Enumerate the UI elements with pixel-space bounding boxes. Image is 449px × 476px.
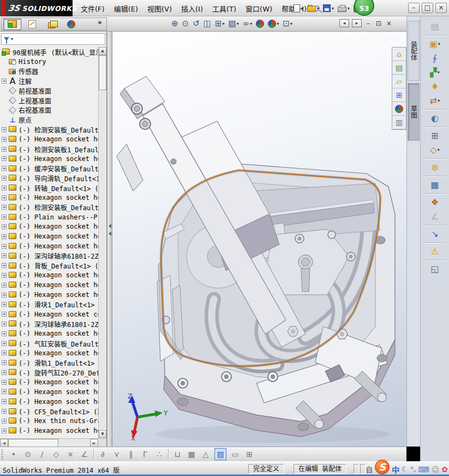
expand-icon[interactable]: + <box>2 322 7 326</box>
toolbar-overflow-button[interactable]: » <box>98 19 102 26</box>
expand-icon[interactable]: + <box>2 331 7 336</box>
expand-icon[interactable]: + <box>2 234 7 239</box>
expand-icon[interactable]: + <box>2 215 7 219</box>
appearance-manager-tab-icon[interactable] <box>62 19 80 30</box>
apply-scene-icon[interactable]: ▾ <box>268 20 279 28</box>
interference-detection-icon[interactable]: ↘ <box>423 227 447 241</box>
ime-punct-icon[interactable]: °, <box>410 465 416 473</box>
explode-line-sketch-icon[interactable]: ∠ <box>423 210 447 223</box>
file-explorer-icon[interactable]: ▱ <box>392 75 406 88</box>
toolbar-drag-handle[interactable] <box>2 449 4 459</box>
design-library-icon[interactable]: ▤ <box>392 61 406 75</box>
scroll-down-icon[interactable]: ▼ <box>99 430 106 438</box>
expand-icon[interactable]: + <box>2 409 7 414</box>
motion-study-icon[interactable]: ⊛ <box>423 160 447 174</box>
close-button[interactable]: × <box>435 3 447 13</box>
expand-icon[interactable]: + <box>2 312 7 317</box>
expand-icon[interactable]: + <box>2 263 7 268</box>
tree-item[interactable]: +(-) 转轴_Default<1> (默 <box>0 183 98 193</box>
expand-icon[interactable]: + <box>2 273 7 278</box>
expand-icon[interactable]: + <box>2 293 7 297</box>
tree-root-item[interactable]: 90度机械手 (默认<默认_显示 <box>2 47 102 57</box>
expand-icon[interactable]: + <box>2 205 7 210</box>
bill-of-materials-icon[interactable]: ▦ <box>423 178 447 192</box>
expand-icon[interactable]: + <box>2 389 7 394</box>
save-icon[interactable]: ▾ <box>323 4 334 12</box>
expand-icon[interactable]: + <box>2 419 7 424</box>
midpoint-snap-icon[interactable]: ⋎ <box>111 450 122 459</box>
expand-icon[interactable]: + <box>2 283 7 288</box>
expand-icon[interactable]: + <box>2 156 7 161</box>
menu-item[interactable]: 窗口(W) <box>242 2 276 15</box>
grid-snap-icon[interactable]: ▦ <box>186 450 197 459</box>
scroll-up-icon[interactable]: ▲ <box>99 47 106 55</box>
parallel-snap-icon[interactable]: ∥ <box>125 450 136 459</box>
grid-region-icon[interactable]: ⊞ <box>244 450 255 459</box>
menu-item[interactable]: 工具(T) <box>209 2 240 15</box>
tree-item[interactable]: +(-) 检测安装板_Default< <box>0 203 98 212</box>
restore-doc-icon[interactable]: ⊡ <box>375 20 382 27</box>
view-orientation-icon[interactable]: ⊞▾ <box>215 19 225 28</box>
solidworks-resources-icon[interactable]: ⌂ <box>392 47 406 61</box>
tree-item[interactable]: ⊥原点 <box>0 115 98 125</box>
ime-indicator[interactable]: 自 <box>366 464 373 474</box>
tree-item[interactable]: +(-) 检测安装板1_Default <box>0 144 98 154</box>
spline-snap-icon[interactable]: ∴ <box>154 450 165 459</box>
tree-item[interactable]: +(-) Hexagon socket head <box>0 193 98 203</box>
preview-window-icon[interactable]: ◱ <box>423 262 447 276</box>
tree-item[interactable]: +(-) Hexagon socket head <box>0 426 98 436</box>
mate-icon[interactable]: ∮ <box>423 51 447 65</box>
open-icon[interactable]: ▾ <box>307 4 319 12</box>
tree-item[interactable]: 传感器 <box>0 67 98 76</box>
tree-item[interactable]: +(-) CF5_Default<1> (默认 <box>0 407 98 416</box>
expand-icon[interactable]: + <box>2 370 7 375</box>
tree-item[interactable]: +(-) Hexagon socket head <box>0 241 98 251</box>
tree-item[interactable]: +(-) Plain washers--Prod <box>0 212 98 222</box>
point-snap-icon[interactable]: • <box>8 450 19 459</box>
soft-keyboard-icon[interactable]: ⌨ <box>418 465 429 474</box>
menu-item[interactable]: 编辑(E) <box>111 2 141 15</box>
tree-item[interactable]: History <box>0 57 98 67</box>
close-doc-icon[interactable]: × <box>385 20 393 27</box>
feature-tree-filter[interactable]: ▾ <box>1 33 105 45</box>
zoom-to-area-icon[interactable]: ⊙ <box>182 19 189 28</box>
perpendicular-snap-icon[interactable]: Γ <box>140 450 151 459</box>
tree-item[interactable]: +(-) Hexagon socket head <box>0 154 98 164</box>
move-component-icon[interactable]: ⇄▾ <box>423 94 447 108</box>
expand-icon[interactable]: + <box>2 399 7 404</box>
tree-vertical-scrollbar[interactable]: ▲ ▼ <box>98 47 106 438</box>
assembly-tools-tab-icon[interactable] <box>3 19 21 30</box>
tree-item[interactable]: +(-) Hex thin nuts-Grade <box>0 416 98 426</box>
expand-icon[interactable]: + <box>2 360 7 365</box>
minimize-doc-icon[interactable]: – <box>364 20 372 27</box>
rotate-view-icon[interactable]: ↺ <box>193 19 200 28</box>
tree-item[interactable]: +(-) Hexagon socket head <box>0 397 98 407</box>
tree-item[interactable]: +(-) Hexagon socket head <box>0 377 98 387</box>
expand-icon[interactable]: + <box>2 166 7 171</box>
center-snap-icon[interactable]: ⊙ <box>22 450 33 459</box>
assembly-model[interactable] <box>112 32 406 447</box>
ime-skin-icon[interactable]: ✿ <box>441 465 448 474</box>
menu-item[interactable]: 视图(V) <box>144 2 175 15</box>
expand-icon[interactable]: + <box>2 79 7 84</box>
sogou-icon[interactable]: S <box>375 460 390 474</box>
tree-item[interactable]: +(-) 滑块1_Default<1> (默 <box>0 300 98 310</box>
tree-item[interactable]: +(-) Hexagon socket head <box>0 222 98 232</box>
expand-icon[interactable]: + <box>2 253 7 258</box>
insert-component-icon[interactable]: ▣▾ <box>423 37 447 51</box>
expand-icon[interactable]: + <box>2 224 7 229</box>
maximize-button[interactable]: □ <box>422 3 433 13</box>
linear-pattern-icon[interactable]: ▞▾ <box>423 66 447 79</box>
expand-icon[interactable]: + <box>2 137 7 142</box>
tree-item[interactable]: +(-) 气缸安装板_Default< <box>0 338 98 348</box>
edit-appearance-icon[interactable] <box>256 20 264 28</box>
tree-item[interactable]: +(-) Hexagon socket head <box>0 348 98 358</box>
assemblyxpert-icon[interactable]: ⚠ <box>423 245 447 258</box>
prev-window-icon[interactable]: ◂ <box>339 19 349 27</box>
show-hidden-components-icon[interactable]: ◐ <box>423 111 447 125</box>
tree-item[interactable]: +(-) Hexagon socket head <box>0 280 98 290</box>
section-view-icon[interactable]: ◫ <box>203 19 211 28</box>
width-snap-icon[interactable]: ⊔ <box>172 450 183 459</box>
tangent-snap-icon[interactable]: ∂ <box>97 450 108 459</box>
tree-item[interactable]: 前视基准面 <box>0 86 98 96</box>
